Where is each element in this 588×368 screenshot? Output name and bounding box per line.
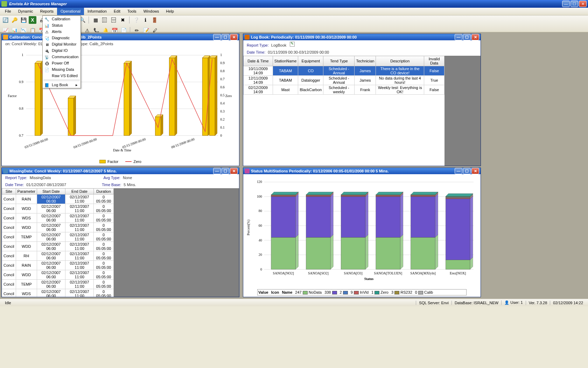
svg-text:0.6: 0.6 <box>220 85 224 89</box>
logbook-title: Log Book: Periodically: 01/11/2009 00:30… <box>251 35 455 39</box>
missing-table[interactable]: SiteParameterStart DateEnd DateDurationC… <box>2 188 114 297</box>
maximize-button[interactable]: ☐ <box>222 34 229 40</box>
table-row[interactable]: ConcilWDD02/12/2007 06:0002/12/2007 11:0… <box>2 204 114 213</box>
menu-item-raw-vs-edited[interactable]: Raw VS Edited <box>43 73 80 79</box>
table-row[interactable]: ConcilWDS02/12/2007 06:0002/12/2007 11:0… <box>2 289 114 297</box>
calib-legend: Factor Zero <box>2 157 239 166</box>
save-icon[interactable]: 💾 <box>20 16 27 24</box>
svg-text:0.8: 0.8 <box>19 107 23 110</box>
col-header[interactable]: Date & Time <box>244 56 273 66</box>
refresh-icon[interactable]: 🔄 <box>1 16 9 24</box>
col-header[interactable]: Technician <box>355 56 376 66</box>
maximize-button[interactable]: ☐ <box>463 34 471 40</box>
menu-item-missing-data[interactable]: 📄Missing Data <box>43 66 80 73</box>
table-row[interactable]: ConcilWDD02/12/2007 06:0002/12/2007 11:0… <box>2 242 114 251</box>
menu-item-power-off[interactable]: ⏻Power Off <box>43 60 80 66</box>
close-button[interactable]: ✕ <box>471 34 479 40</box>
svg-rect-116 <box>376 195 400 196</box>
label: Date Time: <box>5 183 24 187</box>
maximize-button[interactable]: ☐ <box>570 1 578 7</box>
status-idle: Idle <box>2 301 416 305</box>
table-row[interactable]: ConcilRH02/12/2007 06:0002/12/2007 11:00… <box>2 251 114 261</box>
edit-icon[interactable] <box>290 42 295 47</box>
calibration-titlebar[interactable]: Calibration: Concil 08/11/2009 Type: Cal… <box>2 34 239 40</box>
close-button[interactable]: ✕ <box>579 1 587 7</box>
close-button[interactable]: ✕ <box>230 34 238 40</box>
minimize-button[interactable]: — <box>455 168 462 174</box>
menu-operational[interactable]: Operational <box>57 8 84 15</box>
menu-reports[interactable]: Reports <box>37 8 57 15</box>
svg-marker-26 <box>74 96 76 136</box>
menu-item-communication[interactable]: 📡Communication <box>43 54 80 60</box>
menu-file[interactable]: File <box>1 8 15 15</box>
menu-dynamic[interactable]: Dynamic <box>15 8 37 15</box>
col-header[interactable]: Duration <box>94 189 114 195</box>
table-row[interactable]: ConcilWDD02/12/2007 06:0002/12/2007 11:0… <box>2 223 114 232</box>
excel-icon[interactable]: X <box>29 16 36 24</box>
status-title: Status MultiStations Periodically: 01/12… <box>251 169 455 173</box>
menu-windows[interactable]: Windows <box>140 8 163 15</box>
menu-item-calibration[interactable]: 🔧Calibration <box>43 16 80 22</box>
menu-help[interactable]: Help <box>162 8 177 15</box>
col-header[interactable]: Site <box>2 189 16 195</box>
table-row[interactable]: ConcilRAIN02/12/2007 06:0002/12/2007 11:… <box>2 195 114 204</box>
menu-item-digital-io[interactable]: 🔌Digital IO <box>43 47 80 54</box>
logbook-table[interactable]: Date & TimeStationNameEquipmentTend Type… <box>243 56 444 95</box>
close-all-icon[interactable]: ✖ <box>119 16 127 24</box>
minimize-button[interactable]: — <box>213 168 221 174</box>
col-header[interactable]: Tend Type <box>323 56 355 66</box>
info-icon[interactable]: ℹ <box>141 16 149 24</box>
menu-item-log-book[interactable]: 📘Log Book▸ <box>43 82 80 88</box>
menu-item-digital-monitor[interactable]: 🖥Digital Monitor <box>43 41 80 47</box>
col-header[interactable]: End Date <box>65 189 94 195</box>
svg-text:06/11/2009 00:00: 06/11/2009 00:00 <box>170 137 195 149</box>
minimize-button[interactable]: — <box>562 1 570 7</box>
table-row[interactable]: 10/11/2009 14:09TABAMCOScheduled - Annua… <box>244 66 444 76</box>
logbook-titlebar[interactable]: Log Book: Periodically: 01/11/2009 00:30… <box>243 34 481 40</box>
close-button[interactable]: ✕ <box>230 168 238 174</box>
minimize-button[interactable]: — <box>213 34 221 40</box>
status-titlebar[interactable]: Status MultiStations Periodically: 01/12… <box>243 168 481 174</box>
tile-v-icon[interactable]: ⿳ <box>110 16 118 24</box>
menu-edit[interactable]: Edit <box>110 8 124 15</box>
menu-information[interactable]: Information <box>84 8 110 15</box>
col-header[interactable]: Invalid Data <box>424 56 444 66</box>
col-header[interactable]: Equipment <box>298 56 323 66</box>
menu-item-status[interactable]: 📊Status <box>43 22 80 28</box>
table-row[interactable]: ConcilWDS02/12/2007 06:0002/12/2007 11:0… <box>2 213 114 223</box>
app-titlebar: Envista Air Resources Manager — ☐ ✕ <box>0 0 588 8</box>
svg-rect-150 <box>446 197 470 197</box>
missing-titlebar[interactable]: MissingData: Concil Weekly: 01/12/2007-0… <box>2 168 239 174</box>
svg-text:20: 20 <box>259 253 262 257</box>
menu-tools[interactable]: Tools <box>124 8 140 15</box>
table-row[interactable]: ConcilTEMP02/12/2007 06:0002/12/2007 11:… <box>2 280 114 289</box>
table-row[interactable]: ConcilWDD02/12/2007 06:0002/12/2007 11:0… <box>2 270 114 280</box>
table-row[interactable]: ConcilTEMP02/12/2007 06:0002/12/2007 11:… <box>2 232 114 242</box>
tile-h-icon[interactable]: ⿲ <box>101 16 108 24</box>
menu-item-alerts[interactable]: ⚠Alerts <box>43 28 80 35</box>
svg-marker-145 <box>470 196 473 260</box>
help-icon[interactable]: ❔ <box>132 16 140 24</box>
table-row[interactable]: ConcilRAIN02/12/2007 06:0002/12/2007 11:… <box>2 261 114 270</box>
col-header[interactable]: StationName <box>273 56 298 66</box>
col-header[interactable]: Parameter <box>16 189 37 195</box>
exit-icon[interactable]: 🚪 <box>150 16 158 24</box>
minimize-button[interactable]: — <box>455 34 462 40</box>
svg-rect-21 <box>35 63 41 135</box>
col-header[interactable]: Description <box>376 56 424 66</box>
col-header[interactable]: Start Date <box>37 189 65 195</box>
maximize-button[interactable]: ☐ <box>463 168 471 174</box>
maximize-button[interactable]: ☐ <box>222 168 229 174</box>
table-row[interactable]: 12/11/2009 14:09TABAMDataloggerScheduled… <box>244 76 444 85</box>
menu-item-diagnostic[interactable]: 🩺Diagnostic <box>43 35 80 41</box>
svg-rect-96 <box>341 197 365 237</box>
svg-text:0: 0 <box>260 267 262 271</box>
key-icon[interactable]: 🔑 <box>10 16 18 24</box>
table-row[interactable]: 02/12/2009 14:09MastBlackCarbonScheduled… <box>244 85 444 95</box>
label: Time Base: <box>102 183 121 187</box>
cascade-icon[interactable]: ▦ <box>92 16 99 24</box>
svg-marker-140 <box>411 192 438 195</box>
close-button[interactable]: ✕ <box>471 168 479 174</box>
svg-marker-41 <box>215 56 217 136</box>
svg-rect-148 <box>446 197 470 198</box>
